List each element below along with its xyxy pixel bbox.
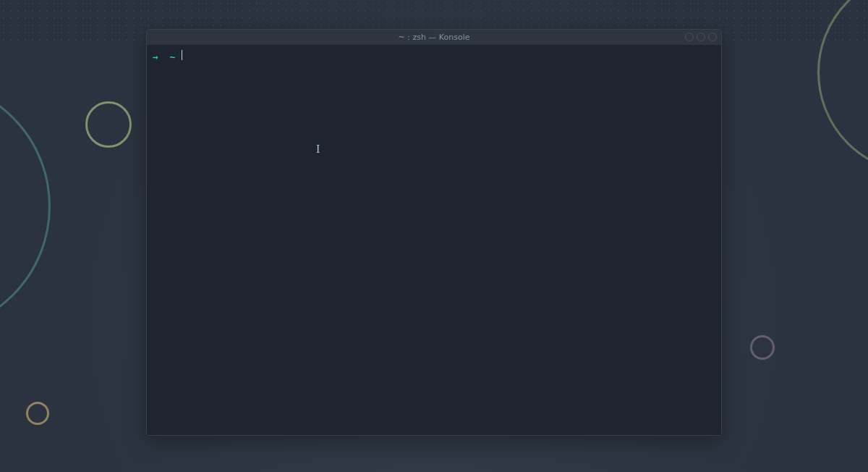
terminal-window: ~ : zsh — Konsole → ~ I [146,29,722,436]
wallpaper-circle-purple [750,335,775,360]
wallpaper-circle-teal-large [0,80,51,333]
text-cursor [182,50,182,60]
prompt-line: → ~ [153,50,715,64]
mouse-ibeam-cursor-icon: I [316,141,320,157]
wallpaper-circle-yellow [26,402,49,425]
close-button[interactable] [708,33,717,41]
window-title: ~ : zsh — Konsole [398,33,469,42]
wallpaper-circle-yellowgreen [85,101,132,148]
prompt-arrow-icon: → [153,51,158,64]
window-titlebar[interactable]: ~ : zsh — Konsole [147,30,721,46]
minimize-button[interactable] [685,33,694,41]
wallpaper-circle-right [817,0,868,174]
prompt-cwd: ~ [169,51,175,64]
terminal-body[interactable]: → ~ I [147,46,721,435]
maximize-button[interactable] [697,33,705,41]
window-control-buttons [685,33,717,41]
